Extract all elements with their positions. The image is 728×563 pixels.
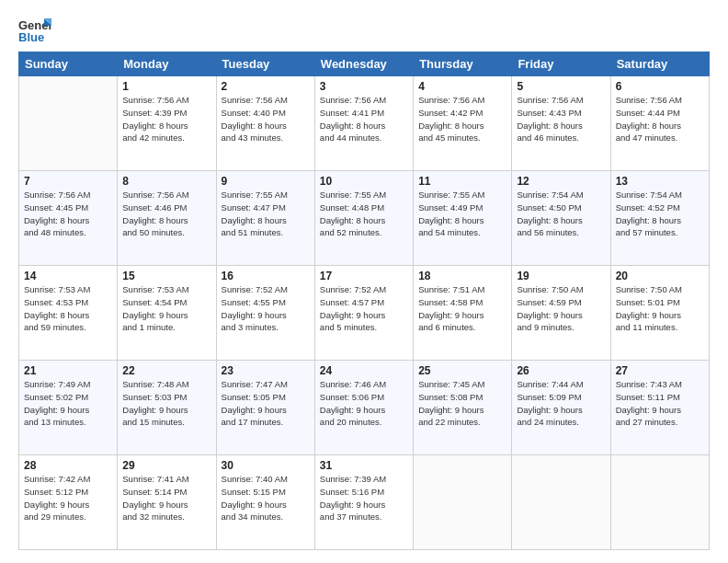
day-info: Sunrise: 7:55 AM Sunset: 4:49 PM Dayligh… <box>418 189 506 239</box>
day-info: Sunrise: 7:54 AM Sunset: 4:52 PM Dayligh… <box>616 189 704 239</box>
day-number: 22 <box>122 364 210 377</box>
day-number: 2 <box>222 80 310 93</box>
calendar-cell: 23Sunrise: 7:47 AM Sunset: 5:05 PM Dayli… <box>216 361 314 455</box>
calendar-cell: 18Sunrise: 7:51 AM Sunset: 4:58 PM Dayli… <box>414 266 512 361</box>
day-number: 20 <box>616 270 704 282</box>
day-number: 27 <box>616 364 704 377</box>
calendar-cell: 1Sunrise: 7:56 AM Sunset: 4:39 PM Daylig… <box>118 76 216 171</box>
day-number: 15 <box>122 270 210 282</box>
calendar-cell: 2Sunrise: 7:56 AM Sunset: 4:40 PM Daylig… <box>216 76 314 171</box>
day-info: Sunrise: 7:41 AM Sunset: 5:14 PM Dayligh… <box>122 473 210 523</box>
calendar-cell: 28Sunrise: 7:42 AM Sunset: 5:12 PM Dayli… <box>19 455 118 550</box>
weekday-header-wednesday: Wednesday <box>314 52 413 76</box>
day-number: 4 <box>418 80 506 93</box>
calendar-cell: 10Sunrise: 7:55 AM Sunset: 4:48 PM Dayli… <box>314 171 413 266</box>
calendar-cell: 14Sunrise: 7:53 AM Sunset: 4:53 PM Dayli… <box>19 266 118 361</box>
day-number: 12 <box>517 175 605 188</box>
day-number: 17 <box>320 270 408 282</box>
weekday-header-sunday: Sunday <box>19 52 118 76</box>
calendar-cell: 8Sunrise: 7:56 AM Sunset: 4:46 PM Daylig… <box>118 171 216 266</box>
day-info: Sunrise: 7:50 AM Sunset: 4:59 PM Dayligh… <box>517 283 605 334</box>
day-info: Sunrise: 7:45 AM Sunset: 5:08 PM Dayligh… <box>418 378 506 429</box>
weekday-header-tuesday: Tuesday <box>216 52 314 76</box>
day-info: Sunrise: 7:50 AM Sunset: 5:01 PM Dayligh… <box>616 283 704 334</box>
calendar-cell: 17Sunrise: 7:52 AM Sunset: 4:57 PM Dayli… <box>314 266 413 361</box>
calendar-week-row: 14Sunrise: 7:53 AM Sunset: 4:53 PM Dayli… <box>19 266 710 361</box>
day-number: 18 <box>418 270 506 282</box>
day-info: Sunrise: 7:56 AM Sunset: 4:42 PM Dayligh… <box>418 94 506 144</box>
day-info: Sunrise: 7:49 AM Sunset: 5:02 PM Dayligh… <box>24 378 112 429</box>
day-info: Sunrise: 7:56 AM Sunset: 4:44 PM Dayligh… <box>616 94 704 144</box>
calendar-cell: 15Sunrise: 7:53 AM Sunset: 4:54 PM Dayli… <box>118 266 216 361</box>
calendar-cell: 6Sunrise: 7:56 AM Sunset: 4:44 PM Daylig… <box>610 76 709 171</box>
day-number: 9 <box>222 175 310 188</box>
calendar-week-row: 7Sunrise: 7:56 AM Sunset: 4:45 PM Daylig… <box>19 171 710 266</box>
day-info: Sunrise: 7:42 AM Sunset: 5:12 PM Dayligh… <box>24 473 112 523</box>
day-number: 10 <box>320 175 408 188</box>
calendar-cell: 5Sunrise: 7:56 AM Sunset: 4:43 PM Daylig… <box>512 76 610 171</box>
calendar-cell: 24Sunrise: 7:46 AM Sunset: 5:06 PM Dayli… <box>314 361 413 455</box>
day-number: 23 <box>222 364 310 377</box>
calendar-cell: 27Sunrise: 7:43 AM Sunset: 5:11 PM Dayli… <box>610 361 709 455</box>
day-info: Sunrise: 7:55 AM Sunset: 4:48 PM Dayligh… <box>320 189 408 239</box>
calendar-cell: 19Sunrise: 7:50 AM Sunset: 4:59 PM Dayli… <box>512 266 610 361</box>
day-info: Sunrise: 7:56 AM Sunset: 4:45 PM Dayligh… <box>24 189 112 239</box>
calendar-cell <box>610 455 709 550</box>
day-info: Sunrise: 7:43 AM Sunset: 5:11 PM Dayligh… <box>616 378 704 429</box>
calendar-cell: 21Sunrise: 7:49 AM Sunset: 5:02 PM Dayli… <box>19 361 118 455</box>
day-number: 28 <box>24 459 112 472</box>
calendar-cell: 4Sunrise: 7:56 AM Sunset: 4:42 PM Daylig… <box>414 76 512 171</box>
day-info: Sunrise: 7:51 AM Sunset: 4:58 PM Dayligh… <box>418 283 506 334</box>
day-number: 11 <box>418 175 506 188</box>
day-number: 1 <box>122 80 210 93</box>
calendar-cell <box>414 455 512 550</box>
day-info: Sunrise: 7:54 AM Sunset: 4:50 PM Dayligh… <box>517 189 605 239</box>
calendar-cell: 12Sunrise: 7:54 AM Sunset: 4:50 PM Dayli… <box>512 171 610 266</box>
day-number: 5 <box>517 80 605 93</box>
calendar-cell: 29Sunrise: 7:41 AM Sunset: 5:14 PM Dayli… <box>118 455 216 550</box>
day-number: 3 <box>320 80 408 93</box>
calendar-cell: 13Sunrise: 7:54 AM Sunset: 4:52 PM Dayli… <box>610 171 709 266</box>
day-number: 14 <box>24 270 112 282</box>
day-number: 7 <box>24 175 112 188</box>
day-info: Sunrise: 7:39 AM Sunset: 5:16 PM Dayligh… <box>320 473 408 523</box>
day-info: Sunrise: 7:56 AM Sunset: 4:40 PM Dayligh… <box>222 94 310 144</box>
day-number: 31 <box>320 459 408 472</box>
page-header: General Blue <box>18 17 710 44</box>
day-number: 6 <box>616 80 704 93</box>
day-info: Sunrise: 7:46 AM Sunset: 5:06 PM Dayligh… <box>320 378 408 429</box>
calendar-week-row: 28Sunrise: 7:42 AM Sunset: 5:12 PM Dayli… <box>19 455 710 550</box>
day-info: Sunrise: 7:47 AM Sunset: 5:05 PM Dayligh… <box>222 378 310 429</box>
calendar-cell: 11Sunrise: 7:55 AM Sunset: 4:49 PM Dayli… <box>414 171 512 266</box>
svg-text:Blue: Blue <box>18 30 44 44</box>
calendar-cell: 20Sunrise: 7:50 AM Sunset: 5:01 PM Dayli… <box>610 266 709 361</box>
logo: General Blue <box>18 17 55 44</box>
calendar-cell: 7Sunrise: 7:56 AM Sunset: 4:45 PM Daylig… <box>19 171 118 266</box>
day-info: Sunrise: 7:56 AM Sunset: 4:41 PM Dayligh… <box>320 94 408 144</box>
calendar-cell: 30Sunrise: 7:40 AM Sunset: 5:15 PM Dayli… <box>216 455 314 550</box>
day-number: 24 <box>320 364 408 377</box>
calendar-week-row: 1Sunrise: 7:56 AM Sunset: 4:39 PM Daylig… <box>19 76 710 171</box>
day-info: Sunrise: 7:56 AM Sunset: 4:39 PM Dayligh… <box>122 94 210 144</box>
day-info: Sunrise: 7:56 AM Sunset: 4:43 PM Dayligh… <box>517 94 605 144</box>
day-info: Sunrise: 7:40 AM Sunset: 5:15 PM Dayligh… <box>222 473 310 523</box>
day-number: 29 <box>122 459 210 472</box>
day-info: Sunrise: 7:52 AM Sunset: 4:57 PM Dayligh… <box>320 283 408 334</box>
calendar-cell: 31Sunrise: 7:39 AM Sunset: 5:16 PM Dayli… <box>314 455 413 550</box>
day-info: Sunrise: 7:48 AM Sunset: 5:03 PM Dayligh… <box>122 378 210 429</box>
weekday-header-thursday: Thursday <box>414 52 512 76</box>
day-info: Sunrise: 7:44 AM Sunset: 5:09 PM Dayligh… <box>517 378 605 429</box>
logo-icon: General Blue <box>18 17 51 44</box>
day-number: 25 <box>418 364 506 377</box>
calendar-cell: 16Sunrise: 7:52 AM Sunset: 4:55 PM Dayli… <box>216 266 314 361</box>
day-number: 26 <box>517 364 605 377</box>
day-number: 8 <box>122 175 210 188</box>
day-info: Sunrise: 7:52 AM Sunset: 4:55 PM Dayligh… <box>222 283 310 334</box>
weekday-header-monday: Monday <box>118 52 216 76</box>
day-number: 30 <box>222 459 310 472</box>
day-info: Sunrise: 7:56 AM Sunset: 4:46 PM Dayligh… <box>122 189 210 239</box>
day-info: Sunrise: 7:53 AM Sunset: 4:53 PM Dayligh… <box>24 283 112 334</box>
weekday-header-saturday: Saturday <box>610 52 709 76</box>
calendar-cell: 9Sunrise: 7:55 AM Sunset: 4:47 PM Daylig… <box>216 171 314 266</box>
calendar-table: SundayMondayTuesdayWednesdayThursdayFrid… <box>18 52 710 550</box>
